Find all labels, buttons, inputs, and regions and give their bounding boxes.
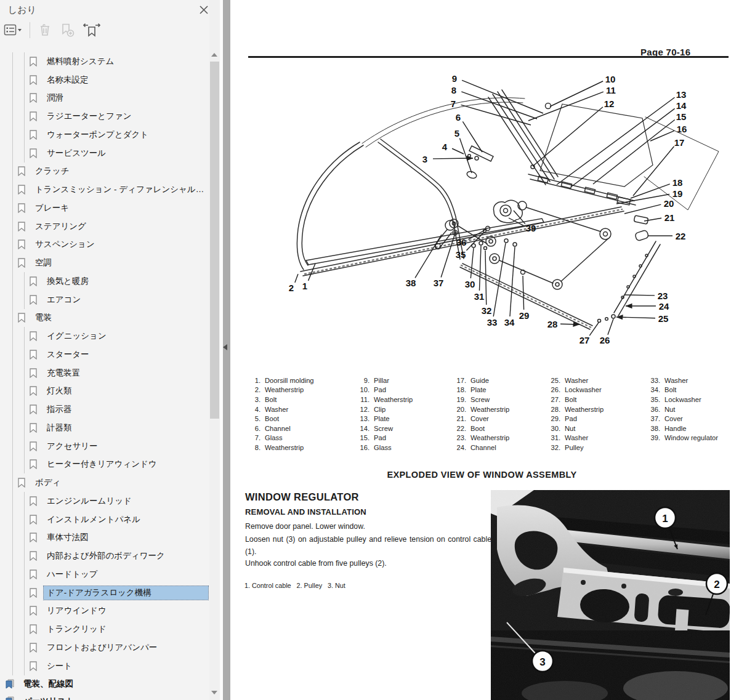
parts-entry: 39.Window regulator <box>648 433 718 443</box>
parts-entry: 19.Screw <box>454 395 509 404</box>
bookmark-item[interactable]: 燃料噴射システム <box>28 52 209 71</box>
bookmark-item[interactable]: 名称未設定 <box>28 71 209 89</box>
panel-splitter[interactable] <box>220 0 230 700</box>
bookmark-label: 指示器 <box>44 403 208 416</box>
diagram-callout-number: 25 <box>658 313 669 324</box>
photo-callout-number: 1 <box>662 513 668 525</box>
bookmark-item[interactable]: サスペンション <box>17 236 209 254</box>
bookmark-item[interactable]: ブレーキ <box>17 199 209 217</box>
new-bookmark-icon[interactable] <box>56 22 79 39</box>
bookmark-item[interactable]: サービスツール <box>28 144 209 163</box>
bookmark-label: クラッチ <box>32 164 208 178</box>
figure-caption: 1. Control cable 2. Pulley 3. Nut <box>244 582 345 589</box>
bookmark-item[interactable]: 灯火類 <box>28 382 209 401</box>
bookmark-item[interactable]: エンジンルームリッド <box>28 492 209 510</box>
bookmark-item[interactable]: フロントおよびリアバンパー <box>28 638 209 657</box>
sidebar-scrollbar[interactable] <box>209 0 220 700</box>
close-icon[interactable] <box>197 3 211 17</box>
bookmark-item[interactable]: リアウインドウ <box>28 602 209 621</box>
diagram-callout-number: 13 <box>676 89 687 100</box>
parts-entry: 36.Nut <box>648 404 718 414</box>
bookmark-item[interactable]: ウォーターポンプとダクト <box>28 126 209 144</box>
bookmark-label: パーツリスト <box>20 694 208 700</box>
bookmark-group: 換気と暖房エアコン <box>24 272 209 309</box>
diagram-callout-number: 38 <box>406 278 416 288</box>
bookmark-item[interactable]: 換気と暖房 <box>28 272 209 291</box>
door-panel-photo: 123 <box>491 490 730 700</box>
collapse-panel-icon[interactable] <box>223 344 227 350</box>
parts-entry: 26.Lockwasher <box>548 385 604 395</box>
bookmark-item[interactable]: スターター <box>28 345 209 364</box>
parts-entry: 35.Lockwasher <box>648 395 718 404</box>
bookmark-item[interactable]: ラジエーターとファン <box>28 107 209 126</box>
diagram-callout-number: 21 <box>664 212 675 223</box>
diagram-callout-number: 24 <box>659 301 669 312</box>
bookmark-item[interactable]: パーツリスト <box>5 693 209 700</box>
diagram-callout-number: 39 <box>526 223 536 233</box>
bookmark-options-icon[interactable] <box>0 22 26 39</box>
bookmark-label: 電装 <box>32 311 208 324</box>
bookmark-item[interactable]: トランクリッド <box>28 620 209 638</box>
bookmark-item[interactable]: アクセサリー <box>28 437 209 456</box>
parts-column: 25.Washer26.Lockwasher27.Bolt28.Weathers… <box>548 376 604 453</box>
parts-column: 33.Washer34.Bolt35.Lockwasher36.Nut37.Co… <box>648 376 718 443</box>
toolbar-divider <box>30 22 30 38</box>
bookmark-label: アクセサリー <box>44 440 208 453</box>
bookmark-item[interactable]: 空調 <box>17 254 209 272</box>
bookmark-label: シート <box>44 659 208 673</box>
bookmark-item[interactable]: エアコン <box>28 291 209 309</box>
diagram-callout-number: 20 <box>664 198 674 209</box>
bookmark-item[interactable]: インストルメントパネル <box>28 510 209 529</box>
bookmark-item[interactable]: ヒーター付きリアウィンドウ <box>28 456 209 474</box>
bookmark-item[interactable]: 指示器 <box>28 400 209 419</box>
bookmarks-panel: しおり <box>0 0 220 700</box>
diagram-callout-number: 6 <box>456 112 461 123</box>
bookmark-item[interactable]: トランスミッション - ディファレンシャル - アクスル <box>17 180 209 199</box>
bookmark-label: フロントおよびリアバンパー <box>44 641 208 654</box>
pdf-viewer-window: { "sidebar": { "title": "しおり", "toolbar"… <box>0 0 739 700</box>
scrollbar-thumb[interactable] <box>210 62 219 419</box>
exploded-view-caption: EXPLODED VIEW OF WINDOW ASSEMBLY <box>348 470 616 480</box>
bookmark-label: スターター <box>44 348 208 361</box>
bookmark-item[interactable]: 充電装置 <box>28 364 209 382</box>
bookmark-item[interactable]: 電装、配線図 <box>5 675 209 693</box>
parts-entry: 38.Handle <box>648 424 718 433</box>
expand-current-bookmark-icon[interactable] <box>79 22 104 39</box>
bookmark-item[interactable]: ハードトップ <box>28 565 209 584</box>
diagram-callout-number: 23 <box>658 291 668 301</box>
scroll-down-icon[interactable] <box>211 691 218 698</box>
bookmark-label: 潤滑 <box>44 91 208 105</box>
parts-entry: 29.Pad <box>548 414 604 424</box>
bookmark-icon <box>28 57 38 66</box>
bookmark-label: エンジンルームリッド <box>44 494 208 508</box>
bookmark-item[interactable]: 電装 <box>17 309 209 328</box>
bookmark-item[interactable]: 潤滑 <box>28 89 209 108</box>
parts-entry: 4.Washer <box>248 404 314 414</box>
bookmark-item[interactable]: クラッチ <box>17 163 209 181</box>
parts-entry: 30.Nut <box>548 424 604 433</box>
bookmark-item[interactable]: シート <box>28 657 209 675</box>
delete-bookmark-icon[interactable] <box>34 22 56 39</box>
bookmark-item-selected[interactable]: ドア-ドアガラスロック機構 <box>28 584 209 602</box>
scroll-up-icon[interactable] <box>211 53 218 60</box>
diagram-callout-number: 10 <box>605 74 616 84</box>
paragraph: Remove door panel. Lower window. <box>245 520 491 533</box>
bookmark-icon <box>28 148 38 158</box>
parts-entry: 16.Glass <box>357 443 413 453</box>
bookmark-icon <box>17 166 26 176</box>
bookmark-item[interactable]: イグニッション <box>28 327 209 345</box>
bookmarks-toolbar <box>0 20 209 41</box>
bookmark-icon <box>17 239 26 249</box>
bookmark-item[interactable]: ステアリング <box>17 217 209 236</box>
bookmark-icon <box>28 515 38 525</box>
bookmark-icon <box>5 679 15 689</box>
exploded-diagram: 1234567891011121314151617181920212223242… <box>234 58 733 372</box>
bookmark-item[interactable]: 車体寸法図 <box>28 529 209 547</box>
parts-list: 1.Doorsill molding2.Weatherstrip3.Bolt4.… <box>245 376 733 463</box>
bookmark-item[interactable]: 計器類 <box>28 419 209 437</box>
bookmark-item[interactable]: 内部および外部のボディワーク <box>28 547 209 565</box>
diagram-callout-number: 15 <box>676 111 687 122</box>
parts-entry: 10.Pad <box>357 385 413 395</box>
bookmark-icon <box>28 496 38 506</box>
bookmark-item[interactable]: ボディ <box>17 473 209 492</box>
